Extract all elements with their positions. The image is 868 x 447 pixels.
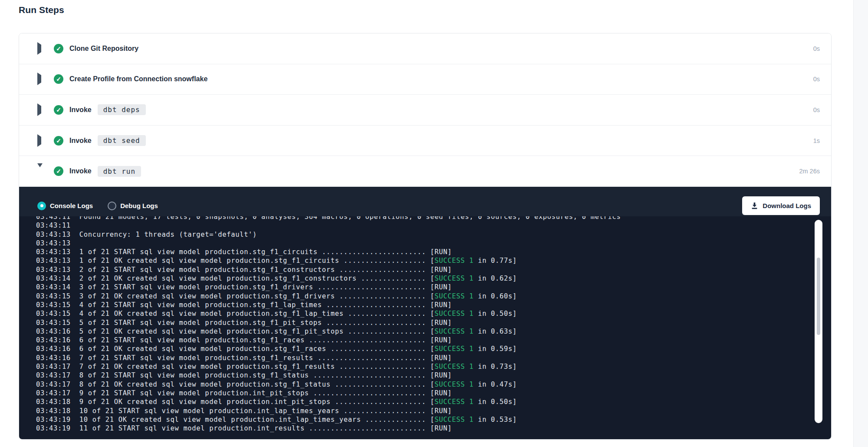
radio-unselected-icon[interactable]: [108, 202, 116, 210]
log-line: 03:43:19 11 of 21 START sql view model p…: [36, 424, 831, 433]
step-duration: 1s: [813, 137, 820, 144]
log-line: 03:43:13: [36, 239, 831, 248]
command-badge: dbt seed: [98, 135, 146, 146]
log-type-radio-group: Console Logs Debug Logs: [37, 202, 158, 210]
step-row-invoke-dbt-seed[interactable]: ✓ Invoke dbt seed 1s: [19, 126, 831, 156]
log-line: 03:43:14 2 of 21 OK created sql view mod…: [36, 274, 831, 283]
step-label: Invoke: [69, 137, 92, 145]
success-check-icon: ✓: [54, 44, 63, 53]
step-row-invoke-dbt-deps[interactable]: ✓ Invoke dbt deps 0s: [19, 95, 831, 126]
log-line: 03:43:11: [36, 221, 831, 230]
step-duration: 0s: [813, 106, 820, 113]
page-background-gutter: [853, 0, 868, 447]
log-scrollbar-thumb[interactable]: [817, 258, 820, 335]
step-label: Clone Git Repository: [69, 45, 138, 53]
radio-selected-icon[interactable]: [37, 202, 46, 210]
step-row-create-profile[interactable]: ✓ Create Profile from Connection snowfla…: [19, 64, 831, 95]
log-line: 03:43:15 5 of 21 START sql view model pr…: [36, 318, 831, 327]
console-logs-label: Console Logs: [50, 202, 93, 209]
page-title: Run Steps: [19, 5, 64, 15]
log-line: 03:43:17 8 of 21 OK created sql view mod…: [36, 380, 831, 389]
log-line: 03:43:16 5 of 21 OK created sql view mod…: [36, 327, 831, 336]
log-line: 03:43:13 2 of 21 START sql view model pr…: [36, 265, 831, 274]
log-line: 03:43:17 9 of 21 START sql view model pr…: [36, 389, 831, 397]
log-line: 03:43:16 7 of 21 START sql view model pr…: [36, 354, 831, 362]
expand-caret-icon[interactable]: [37, 75, 42, 83]
command-badge: dbt run: [98, 166, 141, 177]
log-line: 03:43:19 10 of 21 OK created sql view mo…: [36, 415, 831, 424]
log-line: 03:43:17 7 of 21 OK created sql view mod…: [36, 362, 831, 371]
download-logs-label: Download Logs: [763, 202, 811, 209]
log-panel-header: Console Logs Debug Logs Download Logs: [19, 187, 831, 216]
expand-caret-icon[interactable]: [37, 45, 42, 53]
log-line: 03:43:11 Found 21 models, 17 tests, 0 sn…: [36, 216, 831, 221]
log-line: 03:43:18 9 of 21 OK created sql view mod…: [36, 397, 831, 406]
log-line: 03:43:13 1 of 21 OK created sql view mod…: [36, 256, 831, 265]
log-line: 03:43:16 6 of 21 OK created sql view mod…: [36, 344, 831, 353]
debug-logs-radio[interactable]: Debug Logs: [108, 202, 158, 210]
log-line: 03:43:15 4 of 21 OK created sql view mod…: [36, 309, 831, 318]
console-log-output: 03:43:11 Found 21 models, 17 tests, 0 sn…: [19, 216, 831, 440]
step-label: Invoke: [69, 106, 92, 114]
expand-caret-icon[interactable]: [37, 106, 42, 114]
log-panel: Console Logs Debug Logs Download Logs: [19, 187, 831, 440]
command-badge: dbt deps: [98, 104, 146, 115]
run-steps-page: Run Steps ✓ Clone Git Repository 0s ✓ Cr…: [0, 0, 868, 447]
download-icon: [751, 202, 758, 209]
log-line: 03:43:16 6 of 21 START sql view model pr…: [36, 336, 831, 344]
log-line: 03:43:18 10 of 21 START sql view model p…: [36, 407, 831, 415]
log-line: 03:43:15 4 of 21 START sql view model pr…: [36, 301, 831, 309]
step-duration: 0s: [813, 45, 820, 52]
console-log-lines: 03:43:11 Found 21 models, 17 tests, 0 sn…: [19, 216, 831, 433]
success-check-icon: ✓: [54, 74, 63, 84]
log-scrollbar-track[interactable]: [815, 220, 822, 423]
debug-logs-label: Debug Logs: [120, 202, 158, 209]
step-label: Invoke: [69, 167, 92, 175]
collapse-caret-icon[interactable]: [37, 167, 42, 175]
console-logs-radio[interactable]: Console Logs: [37, 202, 93, 210]
success-check-icon: ✓: [54, 136, 63, 146]
step-label: Create Profile from Connection snowflake: [69, 75, 207, 83]
success-check-icon: ✓: [54, 105, 63, 115]
success-check-icon: ✓: [54, 166, 63, 176]
log-line: 03:43:17 8 of 21 START sql view model pr…: [36, 371, 831, 380]
log-line: 03:43:14 3 of 21 START sql view model pr…: [36, 283, 831, 291]
download-logs-button[interactable]: Download Logs: [742, 196, 820, 215]
log-line: 03:43:13 1 of 21 START sql view model pr…: [36, 248, 831, 256]
run-steps-card: ✓ Clone Git Repository 0s ✓ Create Profi…: [19, 33, 832, 440]
log-line: 03:43:13 Concurrency: 1 threads (target=…: [36, 230, 831, 239]
step-row-invoke-dbt-run[interactable]: ✓ Invoke dbt run 2m 26s: [19, 156, 831, 187]
step-duration: 0s: [813, 76, 820, 83]
step-row-clone-git-repository[interactable]: ✓ Clone Git Repository 0s: [19, 33, 831, 64]
step-duration: 2m 26s: [799, 168, 820, 175]
log-line: 03:43:15 3 of 21 OK created sql view mod…: [36, 292, 831, 301]
expand-caret-icon[interactable]: [37, 137, 42, 145]
